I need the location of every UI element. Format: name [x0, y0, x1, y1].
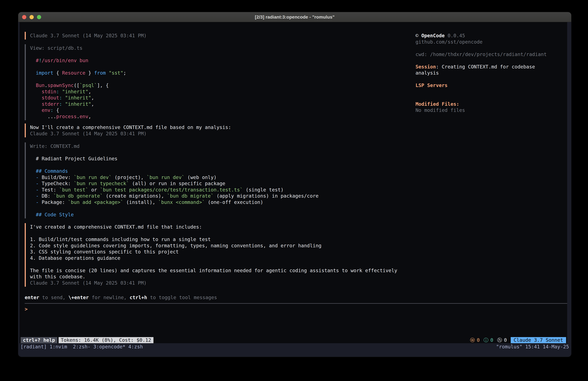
- text-segment: (web only): [185, 175, 216, 180]
- text-segment: (install),: [123, 199, 158, 205]
- text-segment: (project),: [112, 175, 147, 180]
- scrollbar-gutter[interactable]: [567, 22, 571, 357]
- text-segment: ,: [91, 95, 94, 101]
- chat-block-assistant-header: Claude 3.7 Sonnet (14 May 2025 03:41 PM): [25, 33, 147, 39]
- text-segment: ], {: [97, 83, 109, 88]
- text-segment: `bun test packages/core/test/transaction…: [100, 187, 243, 193]
- text-segment: 2. Code style guidelines covering import…: [30, 243, 321, 248]
- text-segment: stdin: [30, 89, 56, 94]
- text-segment: ,: [91, 101, 94, 107]
- text-segment: {: [53, 107, 59, 113]
- text-segment: Session: [416, 64, 436, 69]
- text-segment: to toggle tool messages: [147, 295, 217, 300]
- text-segment: Resource: [62, 70, 85, 76]
- lsp-warning-counter: ⓦ0: [470, 337, 480, 344]
- text-segment: Package:: [39, 199, 68, 205]
- text-segment: }: [85, 70, 94, 76]
- text-line: - TypeCheck: `bun run typecheck` (all) o…: [30, 180, 318, 187]
- warning-icon: ⓦ: [470, 337, 475, 343]
- text-segment: .: [77, 114, 80, 119]
- text-segment: View: script/db.ts: [30, 45, 83, 51]
- text-segment: `bun run dev`: [147, 175, 185, 180]
- text-line: Session: Creating CONTEXT.md for codebas…: [416, 64, 558, 70]
- hint-count: 0: [504, 337, 507, 343]
- chat-block-assistant-message: Now I'll create a comprehensive CONTEXT.…: [25, 124, 231, 137]
- text-segment: :: [59, 101, 62, 107]
- text-segment: {: [53, 70, 62, 76]
- text-segment: ## Code Style: [30, 212, 74, 218]
- maximize-button[interactable]: [37, 15, 41, 19]
- text-line: Write: CONTEXT.md: [30, 143, 318, 150]
- minimize-button[interactable]: [30, 15, 34, 19]
- text-segment: ctrl+h: [129, 295, 147, 300]
- help-shortcut-chip: ctrl+? help: [21, 337, 57, 343]
- window-title: [2/3] radiant:3:opencode - "romulus": [255, 15, 335, 20]
- keybinding-help-line: enter to send, \+enter for newline, ctrl…: [25, 294, 217, 301]
- text-line: Now I'll create a comprehensive CONTEXT.…: [30, 124, 231, 131]
- text-segment: `bun test`: [59, 187, 88, 193]
- text-line: 4. Database operations guidance: [30, 255, 397, 261]
- text-line: [30, 150, 318, 156]
- text-segment: or: [88, 187, 100, 193]
- text-segment: ,: [88, 114, 91, 119]
- text-segment: import: [30, 70, 53, 76]
- text-segment: :: [59, 95, 62, 101]
- text-line: ## Code Style: [30, 212, 318, 218]
- text-line: ...process.env,: [30, 113, 126, 120]
- text-segment: :: [56, 89, 59, 94]
- text-segment: 3. CSS styling conventions specific to t…: [30, 249, 179, 255]
- text-line: cwd: /home/thdxr/dev/projects/radiant/ra…: [416, 51, 558, 58]
- text-segment: Test:: [39, 187, 59, 193]
- text-segment: Modified Files:: [416, 101, 459, 107]
- prompt-caret: >: [25, 306, 28, 312]
- terminal-window: [2/3] radiant:3:opencode - "romulus" Cla…: [18, 12, 571, 357]
- text-line: - Package: `bun add <package>` (install)…: [30, 199, 318, 205]
- text-line: 3. CSS styling conventions specific to t…: [30, 249, 397, 255]
- text-segment: ...: [30, 114, 56, 119]
- text-line: No modified files: [416, 107, 558, 113]
- text-line: with this codebase.: [30, 274, 397, 280]
- text-segment: Build/Dev:: [39, 175, 74, 180]
- titlebar[interactable]: [2/3] radiant:3:opencode - "romulus": [18, 12, 571, 22]
- text-segment: 4. Database operations guidance: [30, 255, 120, 261]
- text-segment: -: [30, 187, 39, 193]
- text-segment: (single test): [243, 187, 284, 193]
- prompt-input[interactable]: >: [25, 306, 28, 312]
- text-line: [30, 162, 318, 168]
- close-button[interactable]: [22, 15, 26, 19]
- text-line: Modified Files:: [416, 101, 558, 107]
- text-line: import { Resource } from "sst";: [30, 70, 126, 76]
- text-line: © OpenCode 0.0.45: [416, 33, 558, 39]
- text-segment: -: [30, 181, 39, 186]
- tmux-host-clock: "romulus" 15:41 14-May-25: [496, 344, 569, 350]
- text-segment: 1. Build/lint/test commands including ho…: [30, 237, 211, 242]
- text-segment: stderr: [30, 101, 59, 107]
- text-line: I've created a comprehensive CONTEXT.md …: [30, 224, 397, 230]
- text-line: [416, 57, 558, 64]
- text-segment: [106, 70, 109, 76]
- text-line: 2. Code style guidelines covering import…: [30, 243, 397, 249]
- text-segment: (all) or run in specific package: [129, 181, 225, 186]
- text-line: 1. Build/lint/test commands including ho…: [30, 236, 397, 243]
- tmux-session-windows[interactable]: [radiant] 1:nvim 2:zsh- 3:opencode* 4:zs…: [21, 344, 143, 350]
- text-segment: `bun run dev`: [74, 175, 112, 180]
- left-gutter: [18, 22, 20, 357]
- text-segment: I've created a comprehensive CONTEXT.md …: [30, 224, 202, 230]
- text-segment: (one-off execution): [205, 199, 263, 205]
- text-segment: with this codebase.: [30, 274, 85, 279]
- text-segment: 0.0.45: [445, 33, 465, 38]
- text-line: [30, 230, 397, 237]
- info-count: 0: [490, 337, 493, 343]
- text-segment: to send,: [39, 295, 68, 300]
- text-line: stdout: "inherit",: [30, 95, 126, 101]
- text-line: enter to send, \+enter for newline, ctrl…: [25, 294, 217, 301]
- text-segment: OpenCode: [421, 33, 445, 38]
- text-segment: `psql`: [80, 83, 97, 88]
- model-chip: Claude 3.7 Sonnet: [511, 337, 566, 343]
- message-accent-bar: [25, 223, 26, 287]
- sidebar: © OpenCode 0.0.45github.com/sst/opencode…: [416, 33, 558, 113]
- text-segment: -: [30, 199, 39, 205]
- text-line: stderr: "inherit",: [30, 101, 126, 107]
- text-line: Claude 3.7 Sonnet (14 May 2025 03:41 PM): [30, 280, 397, 286]
- text-segment: #: [30, 58, 39, 63]
